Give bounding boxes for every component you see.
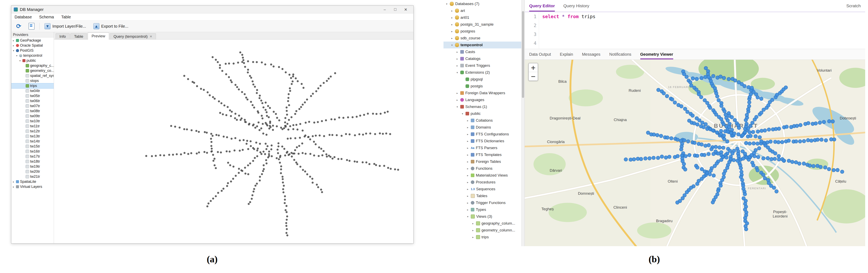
sql-window-button[interactable] — [26, 22, 37, 31]
close-tab-icon[interactable]: ✕ — [150, 35, 152, 38]
chevron-right-icon[interactable]: ▸ — [451, 30, 454, 33]
tree-item-virtual-layers[interactable]: ▸Virtual Layers — [11, 184, 54, 189]
tree-item-materialized-views[interactable]: ▸Materialized Views — [443, 172, 521, 179]
minimize-button[interactable]: – — [379, 6, 390, 13]
tree-item-event-triggers[interactable]: ▸Event Triggers — [443, 62, 521, 69]
tree-item-fts-configurations[interactable]: ▸FTS Configurations — [443, 131, 521, 138]
chevron-right-icon[interactable]: ▸ — [456, 99, 459, 102]
export-file-button[interactable]: ▲ Export to File... — [91, 22, 131, 31]
tree-item-tw16tr[interactable]: tw16tr — [11, 149, 54, 154]
tree-item-spatialite[interactable]: ▸SpatiaLite — [11, 179, 54, 184]
tree-item-domains[interactable]: ▸Domains — [443, 124, 521, 131]
tree-item-spatial-ref-sys[interactable]: spatial_ref_sys — [11, 73, 54, 78]
chevron-right-icon[interactable]: ▸ — [466, 146, 469, 149]
tree-item-tw12tr[interactable]: tw12tr — [11, 129, 54, 134]
tree-item-geometry-column-[interactable]: ▸geometry_column... — [443, 227, 521, 234]
tab-query-editor[interactable]: Query Editor — [529, 0, 555, 11]
tab-preview[interactable]: Preview — [88, 33, 109, 39]
tree-item-procedures[interactable]: ▸Procedures — [443, 179, 521, 185]
tree-item-functions[interactable]: ▸Functions — [443, 165, 521, 172]
tree-item-tw21tr[interactable]: tw21tr — [11, 174, 54, 179]
chevron-right-icon[interactable]: ▸ — [466, 153, 469, 157]
chevron-right-icon[interactable]: ▸ — [466, 126, 469, 129]
tree-item-catalogs[interactable]: ▸Catalogs — [443, 55, 521, 62]
chevron-right-icon[interactable]: ▸ — [466, 181, 469, 184]
zoom-in-button[interactable]: + — [529, 63, 538, 72]
tree-item-foreign-tables[interactable]: ▸Foreign Tables — [443, 158, 521, 165]
chevron-right-icon[interactable]: ▸ — [451, 23, 454, 26]
tab-explain[interactable]: Explain — [560, 49, 573, 59]
geometry-viewer-map[interactable]: VoluntariBilcaRudeni16 FEBRUARIEDragomir… — [525, 60, 865, 246]
chevron-down-icon[interactable]: ▾ — [445, 2, 448, 5]
chevron-right-icon[interactable]: ▸ — [456, 50, 459, 54]
chevron-down-icon[interactable]: ▾ — [466, 215, 469, 218]
chevron-down-icon[interactable]: ▾ — [461, 112, 464, 115]
tree-item-tw11tr[interactable]: tw11tr — [11, 124, 54, 129]
tree-item-views-3-[interactable]: ▾Views (3) — [443, 213, 521, 220]
close-button[interactable]: ✕ — [400, 6, 411, 13]
tree-item-extensions-2-[interactable]: ▾Extensions (2) — [443, 69, 521, 76]
tree-item-fts-templates[interactable]: ▸FTS Templates — [443, 151, 521, 158]
tree-item-tw14tr[interactable]: tw14tr — [11, 139, 54, 144]
tree-item-geometry-co-[interactable]: geometry_co... — [11, 68, 54, 73]
tree-item-tw13tr[interactable]: tw13tr — [11, 134, 54, 139]
tree-item-public[interactable]: ▾public — [11, 58, 54, 63]
chevron-right-icon[interactable]: ▸ — [12, 39, 15, 42]
tab-data-output[interactable]: Data Output — [529, 49, 551, 59]
chevron-right-icon[interactable]: ▸ — [471, 229, 475, 232]
tab-notifications[interactable]: Notifications — [609, 49, 631, 59]
tree-item-tw04tr[interactable]: tw04tr — [11, 89, 54, 94]
tab-geometry-viewer[interactable]: Geometry Viewer — [640, 49, 673, 59]
chevron-right-icon[interactable]: ▸ — [466, 160, 469, 163]
chevron-down-icon[interactable]: ▾ — [16, 54, 18, 57]
chevron-down-icon[interactable]: ▾ — [12, 49, 15, 52]
chevron-right-icon[interactable]: ▸ — [451, 16, 454, 19]
menu-table[interactable]: Table — [61, 15, 71, 20]
tree-item-types[interactable]: ▸Types — [443, 206, 521, 213]
chevron-right-icon[interactable]: ▸ — [466, 133, 469, 136]
tree-item-tw07tr[interactable]: tw07tr — [11, 103, 54, 108]
tree-item-tw18tr[interactable]: tw18tr — [11, 159, 54, 164]
sql-editor[interactable]: 1234 select * from trips — [525, 12, 865, 49]
maximize-button[interactable]: □ — [390, 6, 400, 13]
tree-item-tw10tr[interactable]: tw10tr — [11, 118, 54, 124]
tab-query-tempcontrol-[interactable]: Query (tempcontrol)✕ — [110, 33, 156, 39]
chevron-down-icon[interactable]: ▾ — [456, 105, 459, 108]
tree-item-tw17tr[interactable]: tw17tr — [11, 154, 54, 159]
title-bar[interactable]: DB Manager –□✕ — [11, 6, 413, 13]
sql-code-area[interactable]: select * from trips — [539, 12, 865, 49]
tree-item-schemas-1-[interactable]: ▾Schemas (1) — [443, 103, 521, 110]
tree-item-sdb-course[interactable]: ▸sdb_course — [443, 35, 521, 41]
tree-item-trips[interactable]: trips — [11, 83, 54, 89]
tab-table[interactable]: Table — [70, 33, 87, 39]
tree-item-tw05tr[interactable]: tw05tr — [11, 94, 54, 99]
tree-item-tw06tr[interactable]: tw06tr — [11, 99, 54, 103]
tree-item-trigger-functions[interactable]: ▸Trigger Functions — [443, 199, 521, 206]
tree-scrollbar-thumb[interactable] — [522, 11, 524, 98]
tree-item-tw08tr[interactable]: tw08tr — [11, 108, 54, 113]
chevron-right-icon[interactable]: ▸ — [456, 64, 459, 67]
import-layer-button[interactable]: ▼ Import Layer/File... — [42, 22, 89, 31]
chevron-right-icon[interactable]: ▸ — [466, 208, 469, 211]
tree-item-art[interactable]: ▸art — [443, 7, 521, 14]
tree-item-tempcontrol[interactable]: ▾tempcontrol — [11, 53, 54, 58]
tree-item-fts-dictionaries[interactable]: ▸FTS Dictionaries — [443, 138, 521, 144]
menu-schema[interactable]: Schema — [39, 15, 54, 20]
tree-item-languages[interactable]: ▸Languages — [443, 97, 521, 103]
tree-item-tempcontrol[interactable]: ▾tempcontrol — [443, 41, 521, 48]
tree-item-fts-parsers[interactable]: ▸AaFTS Parsers — [443, 144, 521, 151]
tree-item-public[interactable]: ▾public — [443, 110, 521, 117]
menu-database[interactable]: Database — [14, 15, 32, 20]
chevron-right-icon[interactable]: ▸ — [466, 119, 469, 122]
tree-item-art01[interactable]: ▸art01 — [443, 14, 521, 21]
chevron-right-icon[interactable]: ▸ — [12, 185, 15, 188]
tree-item-collations[interactable]: ▸Collations — [443, 117, 521, 124]
chevron-right-icon[interactable]: ▸ — [451, 37, 454, 40]
zoom-out-button[interactable]: − — [529, 72, 538, 80]
chevron-right-icon[interactable]: ▸ — [466, 195, 469, 198]
tab-messages[interactable]: Messages — [582, 49, 600, 59]
chevron-right-icon[interactable]: ▸ — [471, 222, 475, 225]
tree-item-tw19tr[interactable]: tw19tr — [11, 164, 54, 169]
tree-item-tw15tr[interactable]: tw15tr — [11, 144, 54, 149]
chevron-right-icon[interactable]: ▸ — [12, 180, 15, 183]
